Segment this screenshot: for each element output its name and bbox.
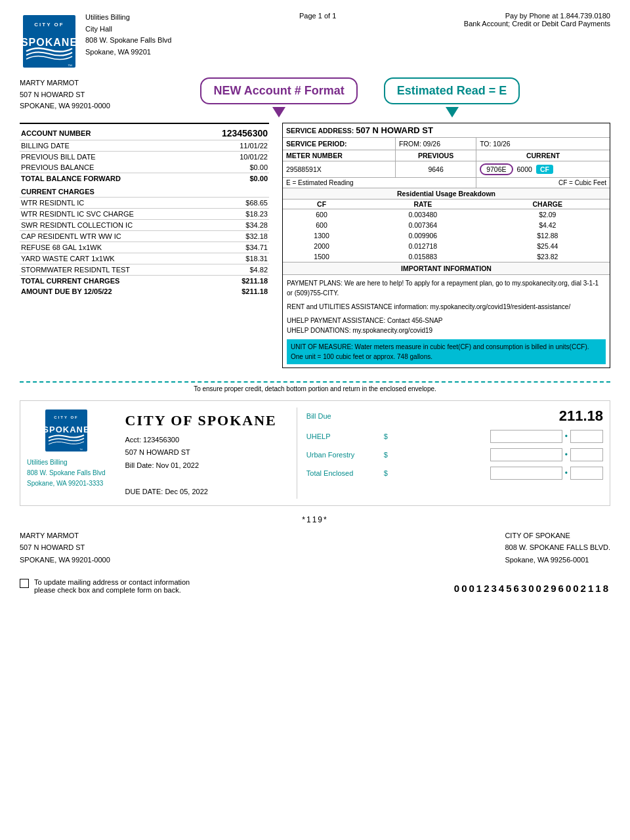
- total-enclosed-label: Total Enclosed: [306, 469, 379, 477]
- bottom-logo: CITY OF SPOKANE ™: [43, 408, 89, 453]
- footer-row: To update mailing address or contact inf…: [20, 572, 610, 594]
- prev-balance-row: PREVIOUS BALANCE $0.00: [20, 162, 269, 173]
- header: CITY OF SPOKANE ™ Utilities Billing City…: [20, 12, 610, 71]
- urban-forestry-input-box: •: [490, 448, 603, 461]
- cf-badge: CF: [536, 165, 553, 174]
- total-balance-row: TOTAL BALANCE FORWARD $0.00: [20, 173, 269, 184]
- main-content: ACCOUNT NUMBER 123456300 BILLING DATE 11…: [20, 123, 610, 368]
- barcode-digits: 000123456300296002118: [454, 583, 610, 594]
- sender-name: MARTY MARMOT: [20, 530, 110, 542]
- uhelp-input-field[interactable]: [490, 430, 562, 443]
- service-address-value: 507 N HOWARD ST: [356, 125, 433, 135]
- urban-forestry-input-cents[interactable]: [570, 448, 603, 461]
- rent-utilities-text: RENT and UTILITIES ASSISTANCE informatio…: [287, 302, 606, 312]
- usage-breakdown-header: Residential Usage Breakdown: [283, 188, 610, 200]
- charge-row-7: STORMWATER RESIDNTL TEST $4.82: [20, 264, 269, 276]
- important-info: PAYMENT PLANS: We are here to help! To a…: [283, 275, 610, 368]
- cf-note: CF = Cubic Feet: [558, 179, 606, 186]
- current-label: CURRENT: [476, 150, 610, 161]
- charge-row-4: CAP RESIDENTL WTR WW IC $32.18: [20, 231, 269, 242]
- svg-text:SPOKANE: SPOKANE: [43, 425, 89, 434]
- new-account-format-callout: NEW Account # Format: [200, 77, 357, 104]
- amount-due-row: AMOUNT DUE BY 12/05/22 $211.18: [20, 286, 269, 297]
- important-header: IMPORTANT INFORMATION: [283, 262, 610, 275]
- bottom-bill-date: Bill Date: Nov 01, 2022: [125, 459, 277, 472]
- prev-balance-label: PREVIOUS BALANCE: [20, 162, 195, 173]
- customer-section: MARTY MARMOT 507 N HOWARD ST SPOKANE, WA…: [20, 77, 610, 117]
- meter-number: 29588591X: [286, 165, 322, 173]
- update-checkbox[interactable]: [20, 579, 29, 588]
- svg-text:™: ™: [68, 64, 72, 68]
- prev-balance-value: $0.00: [195, 162, 269, 173]
- prev-bill-date-value: 10/01/22: [195, 152, 269, 163]
- uhelp-input-cents[interactable]: [570, 430, 603, 443]
- urban-forestry-input-field[interactable]: [490, 448, 562, 461]
- total-balance-label: TOTAL BALANCE FORWARD: [20, 173, 195, 184]
- usage-table: CF RATE CHARGE 600 0.003480 $2.09 600: [283, 200, 610, 262]
- recipient-addr2: Spokane, WA 99256-0001: [505, 554, 610, 566]
- detach-text: To ensure proper credit, detach bottom p…: [194, 385, 436, 392]
- svg-text:CITY OF: CITY OF: [54, 415, 79, 419]
- company-address2: 808 W. Spokane Falls Blvd: [85, 35, 171, 47]
- uhelp-input-box: •: [490, 430, 603, 443]
- company-name: Utilities Billing: [85, 12, 171, 24]
- customer-addr2: SPOKANE, WA 99201-0000: [20, 100, 110, 112]
- account-number-row: ACCOUNT NUMBER 123456300: [20, 123, 269, 140]
- charge-row-5: REFUSE 68 GAL 1x1WK $34.71: [20, 242, 269, 253]
- meter-values-row: 29588591X 9646 9706E 6000 CF: [283, 161, 610, 178]
- service-period-from: FROM: 09/26: [399, 140, 440, 148]
- urban-forestry-label: Urban Forestry: [306, 451, 379, 459]
- recipient-address: CITY OF SPOKANE 808 W. SPOKANE FALLS BLV…: [505, 530, 610, 566]
- update-text: To update mailing address or contact inf…: [34, 578, 190, 594]
- billing-date-row: BILLING DATE 11/01/22: [20, 140, 269, 152]
- charge-row-3: SWR RESIDNTL COLLECTION IC $34.28: [20, 220, 269, 231]
- bottom-due-date: DUE DATE: Dec 05, 2022: [125, 486, 277, 499]
- amount-due-value: $211.18: [195, 286, 269, 297]
- meter-header-row: METER NUMBER PREVIOUS CURRENT: [283, 150, 610, 161]
- bottom-billing-addr1: 808 W. Spokane Falls Blvd: [27, 468, 106, 478]
- usage-row-3: 1300 0.009906 $12.88: [283, 230, 610, 241]
- current-charges-header: CURRENT CHARGES: [20, 184, 269, 198]
- usage-header-row: CF RATE CHARGE: [283, 200, 610, 209]
- bottom-payment: Bill Due 211.18 UHELP $ • Urban Forestry…: [297, 408, 603, 499]
- sender-addr2: SPOKANE, WA 99201-0000: [20, 554, 110, 566]
- svg-text:CITY OF: CITY OF: [34, 22, 64, 28]
- total-enclosed-row: Total Enclosed $ •: [306, 467, 603, 480]
- bottom-account-info: CITY OF SPOKANE Acct: 123456300 507 N HO…: [119, 408, 284, 499]
- bill-due-row: Bill Due 211.18: [306, 408, 603, 425]
- header-left: CITY OF SPOKANE ™ Utilities Billing City…: [20, 12, 171, 71]
- total-enclosed-input-field[interactable]: [490, 467, 562, 480]
- bottom-billing-name: Utilities Billing: [27, 457, 106, 468]
- bill-due-label: Bill Due: [306, 412, 379, 420]
- amount-due-label: AMOUNT DUE BY 12/05/22: [20, 286, 195, 297]
- service-box: SERVICE ADDRESS: 507 N HOWARD ST SERVICE…: [282, 123, 610, 368]
- sender-addr1: 507 N HOWARD ST: [20, 541, 110, 554]
- account-number-value: 123456300: [195, 123, 269, 140]
- usage-row-4: 2000 0.012718 $25.44: [283, 241, 610, 251]
- customer-address: MARTY MARMOT 507 N HOWARD ST SPOKANE, WA…: [20, 77, 110, 112]
- company-address1: City Hall: [85, 24, 171, 35]
- current-charges-header-label: CURRENT CHARGES: [20, 184, 269, 198]
- sender-address: MARTY MARMOT 507 N HOWARD ST SPOKANE, WA…: [20, 530, 110, 566]
- total-enclosed-input-cents[interactable]: [570, 467, 603, 480]
- svg-text:SPOKANE: SPOKANE: [21, 37, 77, 48]
- charge-row-1: WTR RESIDNTL IC $68.65: [20, 198, 269, 209]
- prev-bill-date-row: PREVIOUS BILL DATE 10/01/22: [20, 152, 269, 163]
- charge-row-2: WTR RESIDNTL IC SVC CHARGE $18.23: [20, 209, 269, 220]
- uhelp-row: UHELP $ •: [306, 430, 603, 443]
- bottom-city-title: CITY OF SPOKANE Acct: 123456300 507 N HO…: [125, 408, 277, 499]
- current-reading-oval: 9706E: [480, 163, 513, 175]
- billing-table: ACCOUNT NUMBER 123456300 BILLING DATE 11…: [20, 123, 269, 297]
- charge-row-6: YARD WASTE CART 1x1WK $18.31: [20, 253, 269, 264]
- billing-date-label: BILLING DATE: [20, 140, 195, 152]
- barcode-number: *119*: [302, 515, 327, 524]
- usage-row-2: 600 0.007364 $4.42: [283, 220, 610, 230]
- total-current-value: $211.18: [195, 276, 269, 287]
- customer-name: MARTY MARMOT: [20, 77, 110, 89]
- estimated-note-row: E = Estimated Reading CF = Cubic Feet: [283, 178, 610, 188]
- service-period-row: SERVICE PERIOD: FROM: 09/26 TO: 10/26: [283, 138, 610, 150]
- previous-reading: 9646: [428, 165, 443, 173]
- unit-of-measure-text: UNIT OF MEASURE: Water meters measure in…: [287, 339, 606, 364]
- bottom-service-address: 507 N HOWARD ST: [125, 446, 277, 459]
- service-period-label: SERVICE PERIOD:: [286, 140, 347, 148]
